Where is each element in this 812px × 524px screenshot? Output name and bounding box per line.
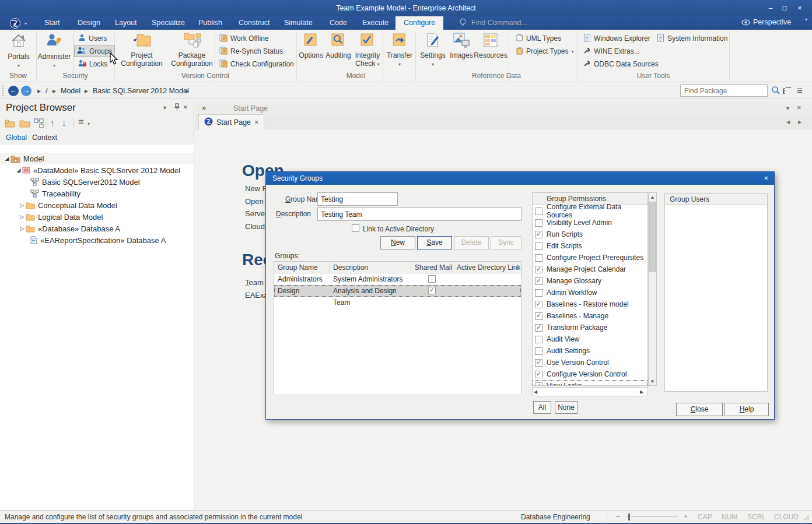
- start-page-link[interactable]: Server: [245, 209, 267, 218]
- search-icon[interactable]: [771, 86, 780, 97]
- scroll-lock-indicator[interactable]: SCRL: [747, 513, 766, 521]
- permission-checkbox[interactable]: [535, 336, 542, 343]
- permission-item[interactable]: Baselines - Restore model: [533, 298, 648, 310]
- wine-extras-button[interactable]: WINE Extras...: [581, 46, 642, 57]
- chevrons-icon[interactable]: »: [202, 103, 206, 112]
- collapsed-icon[interactable]: ▷: [19, 226, 26, 231]
- cloud-indicator[interactable]: CLOUD: [774, 513, 799, 521]
- group-name-input[interactable]: [317, 192, 398, 206]
- permission-item[interactable]: Baselines - Manage: [533, 310, 648, 322]
- permission-item[interactable]: Manage Glossary: [533, 275, 648, 287]
- options-button[interactable]: Options: [298, 32, 324, 71]
- permission-item[interactable]: Manage Project Calendar: [533, 263, 648, 275]
- tab-global[interactable]: Global: [6, 133, 27, 142]
- new-package-icon[interactable]: [5, 119, 16, 130]
- model-views-icon[interactable]: [783, 86, 791, 96]
- dialog-title-bar[interactable]: Security Groups ×: [266, 172, 774, 185]
- permission-item[interactable]: Configure Version Control: [533, 368, 648, 380]
- browser-menu-caret-icon[interactable]: ▾: [88, 121, 90, 126]
- close-doc-icon[interactable]: ×: [797, 103, 802, 112]
- permission-checkbox[interactable]: [535, 277, 542, 285]
- permission-checkbox[interactable]: [535, 324, 542, 332]
- uml-types-button[interactable]: UML Types: [513, 33, 564, 44]
- tab-simulate[interactable]: Simulate: [276, 16, 321, 30]
- perspective-button[interactable]: Perspective: [753, 18, 791, 26]
- permission-item[interactable]: Audit View: [533, 333, 648, 345]
- folder-icon[interactable]: [19, 119, 30, 130]
- breadcrumb-package[interactable]: Basic SQLServer 2012 Model: [93, 87, 189, 95]
- scrollbar-thumb[interactable]: [649, 202, 656, 272]
- sync-button[interactable]: Sync: [491, 236, 522, 249]
- tab-publish[interactable]: Publish: [190, 16, 230, 30]
- tab-code[interactable]: Code: [321, 16, 355, 30]
- save-button[interactable]: Save: [417, 236, 452, 249]
- permission-item[interactable]: Visibility Level Admin: [533, 217, 648, 228]
- permissions-vertical-scrollbar[interactable]: ▲ ▼: [648, 192, 657, 386]
- permission-checkbox[interactable]: [535, 219, 542, 227]
- new-button[interactable]: New: [380, 236, 415, 249]
- collapsed-icon[interactable]: ▷: [19, 214, 26, 220]
- help-button[interactable]: Help: [724, 403, 769, 416]
- permission-item[interactable]: Configure External Data Sources: [533, 205, 648, 217]
- find-package-input[interactable]: [680, 85, 768, 97]
- description-input[interactable]: [317, 208, 522, 221]
- shared-mail-checkbox[interactable]: [428, 275, 436, 283]
- project-configuration-button[interactable]: Project Configuration: [116, 32, 168, 71]
- tab-start[interactable]: Start: [36, 16, 68, 30]
- panel-menu-caret-icon[interactable]: ▼: [162, 105, 167, 111]
- windows-explorer-button[interactable]: Windows Explorer: [581, 33, 653, 44]
- find-command-box[interactable]: Find Command...: [471, 19, 527, 27]
- caps-lock-indicator[interactable]: CAP: [698, 513, 712, 521]
- new-diagram-icon[interactable]: [34, 118, 44, 130]
- images-button[interactable]: Images: [449, 32, 474, 71]
- tab-execute[interactable]: Execute: [354, 16, 397, 30]
- group-users-header[interactable]: Group Users: [665, 194, 767, 205]
- permission-checkbox[interactable]: [535, 242, 542, 250]
- minimize-button[interactable]: –: [764, 3, 777, 13]
- permission-checkbox[interactable]: [535, 382, 542, 386]
- locks-button[interactable]: Locks: [76, 59, 113, 69]
- permission-checkbox[interactable]: [535, 312, 542, 320]
- link-active-directory-checkbox[interactable]: [352, 224, 359, 232]
- column-header[interactable]: Group Name: [274, 262, 330, 273]
- permission-item[interactable]: Run Scripts: [533, 228, 648, 240]
- tree-item-diagram[interactable]: Traceability: [0, 188, 194, 199]
- permission-item[interactable]: View Locks: [533, 380, 648, 386]
- tree-item-folder[interactable]: ▷ «Database» Database A: [0, 223, 194, 234]
- expanded-icon[interactable]: ◢: [4, 156, 10, 161]
- pin-icon[interactable]: [174, 103, 180, 112]
- administer-button[interactable]: Administer▾: [37, 32, 71, 71]
- auditing-button[interactable]: Auditing: [325, 32, 352, 71]
- close-tab-icon[interactable]: ×: [254, 118, 258, 126]
- groups-button[interactable]: Groups: [75, 46, 114, 57]
- column-header[interactable]: Description: [330, 262, 411, 273]
- forward-button[interactable]: →: [21, 86, 32, 96]
- breadcrumb-root[interactable]: /: [46, 87, 47, 95]
- tree-item-diagram[interactable]: Basic SQLServer2012 Model: [0, 176, 194, 188]
- perspective-caret-icon[interactable]: ▾: [805, 17, 807, 22]
- tab-construct[interactable]: Construct: [230, 16, 278, 30]
- tab-layout[interactable]: Layout: [107, 16, 145, 30]
- status-context[interactable]: Database Engineering: [521, 513, 590, 521]
- shared-mail-checkbox[interactable]: [428, 287, 436, 294]
- users-button[interactable]: Users: [76, 33, 113, 44]
- toolbar-grip[interactable]: [2, 86, 4, 96]
- tab-scroll-left-icon[interactable]: ◀: [786, 119, 790, 125]
- num-lock-indicator[interactable]: NUM: [722, 513, 737, 521]
- close-panel-icon[interactable]: ×: [183, 103, 188, 111]
- permission-checkbox[interactable]: [535, 347, 542, 355]
- zoom-out-button[interactable]: –: [616, 512, 620, 521]
- package-configuration-button[interactable]: Package Configuration: [169, 32, 215, 71]
- permissions-horizontal-scrollbar[interactable]: ◀ ▶: [532, 387, 648, 396]
- scroll-down-icon[interactable]: ▼: [649, 379, 656, 384]
- permission-checkbox[interactable]: [535, 266, 542, 273]
- tab-scroll-right-icon[interactable]: ▶: [798, 119, 802, 125]
- portals-button[interactable]: Portals▾: [4, 32, 34, 71]
- tree-item-folder[interactable]: ▷ Logical Data Model: [0, 211, 194, 223]
- app-logo-icon[interactable]: [9, 17, 22, 31]
- permission-checkbox[interactable]: [535, 371, 542, 378]
- permission-checkbox[interactable]: [535, 289, 542, 297]
- column-header[interactable]: Active Directory Link: [453, 262, 521, 273]
- tab-design[interactable]: Design: [69, 16, 108, 30]
- permission-checkbox[interactable]: [535, 231, 542, 238]
